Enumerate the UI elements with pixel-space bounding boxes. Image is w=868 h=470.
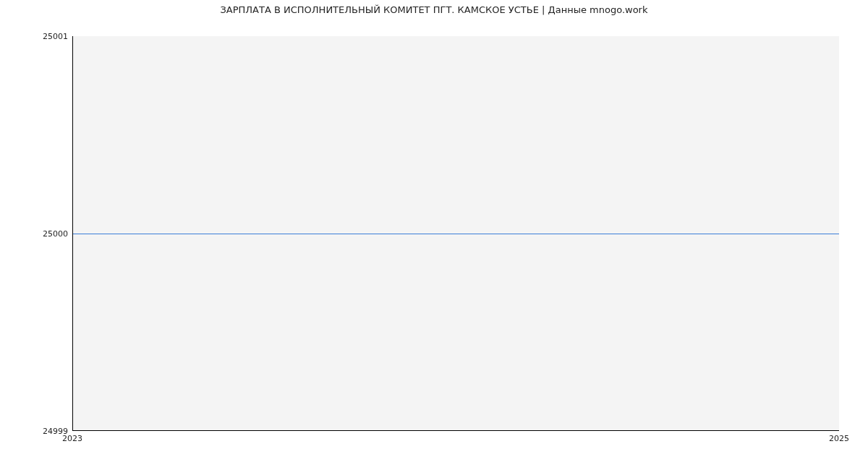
plot-area	[72, 36, 839, 431]
ytick-mid: 25000	[3, 230, 68, 238]
ytick-bottom: 24999	[3, 427, 68, 435]
ytick-top: 25001	[3, 33, 68, 40]
chart-title: ЗАРПЛАТА В ИСПОЛНИТЕЛЬНЫЙ КОМИТЕТ ПГТ. К…	[0, 4, 868, 15]
xtick-left: 2023	[62, 434, 82, 443]
xtick-right: 2025	[829, 434, 849, 443]
data-line	[73, 234, 839, 234]
chart-container: ЗАРПЛАТА В ИСПОЛНИТЕЛЬНЫЙ КОМИТЕТ ПГТ. К…	[0, 0, 868, 470]
